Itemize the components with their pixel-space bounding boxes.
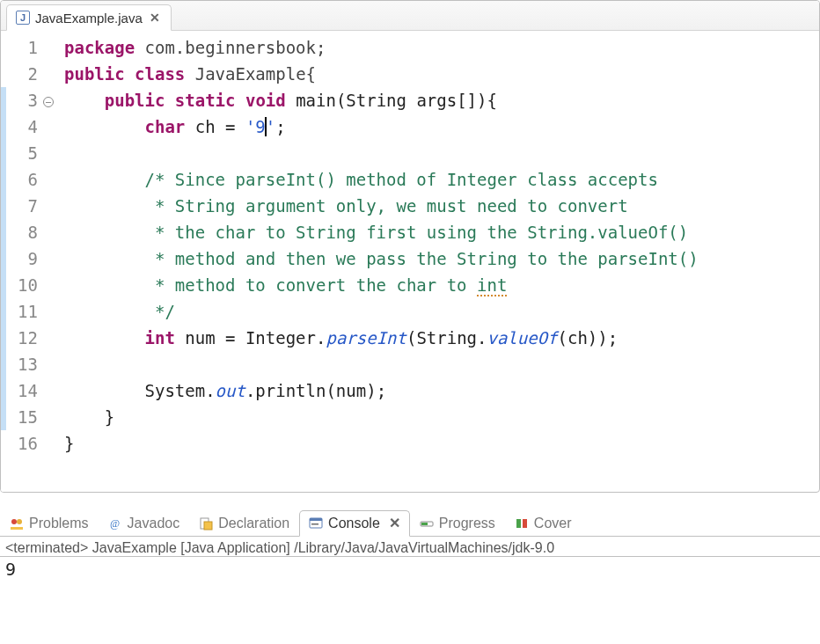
tab-console[interactable]: Console ✕ bbox=[299, 510, 410, 537]
editor-tab-title: JavaExample.java bbox=[35, 11, 143, 26]
svg-text:@: @ bbox=[110, 517, 120, 530]
line-numbers: 12345678910111213141516 bbox=[6, 31, 41, 492]
console-icon bbox=[309, 516, 323, 531]
progress-icon bbox=[420, 516, 434, 531]
close-icon[interactable]: ✕ bbox=[148, 11, 162, 25]
svg-rect-12 bbox=[523, 519, 527, 528]
coverage-icon bbox=[515, 516, 529, 531]
code-editor[interactable]: package com.beginnersbook; public class … bbox=[55, 31, 819, 492]
svg-rect-10 bbox=[421, 523, 428, 525]
console-status: <terminated> JavaExample [Java Applicati… bbox=[0, 537, 820, 557]
java-file-icon: J bbox=[16, 11, 30, 25]
code-area[interactable]: 12345678910111213141516 package com.begi… bbox=[1, 31, 819, 492]
bottom-panel: Problems @ Javadoc Declaration Console ✕… bbox=[0, 509, 820, 582]
declaration-icon bbox=[199, 516, 213, 531]
editor-tabbar: J JavaExample.java ✕ bbox=[1, 1, 819, 31]
svg-rect-0 bbox=[11, 527, 23, 530]
view-tabbar: Problems @ Javadoc Declaration Console ✕… bbox=[0, 509, 820, 537]
problems-icon bbox=[10, 516, 24, 531]
svg-point-2 bbox=[17, 519, 22, 524]
tab-problems[interactable]: Problems bbox=[0, 510, 99, 537]
svg-point-1 bbox=[11, 519, 17, 524]
svg-rect-7 bbox=[310, 518, 322, 521]
tab-declaration[interactable]: Declaration bbox=[189, 510, 299, 537]
tab-javadoc[interactable]: @ Javadoc bbox=[99, 510, 190, 537]
editor-tab-javaexample[interactable]: J JavaExample.java ✕ bbox=[6, 4, 172, 31]
fold-toggle-icon[interactable] bbox=[43, 97, 54, 107]
tab-coverage[interactable]: Cover bbox=[505, 510, 582, 537]
close-icon[interactable]: ✕ bbox=[389, 515, 400, 531]
text-caret bbox=[265, 117, 267, 136]
javadoc-icon: @ bbox=[108, 516, 122, 531]
svg-rect-11 bbox=[516, 519, 521, 528]
editor-panel: J JavaExample.java ✕ 1234567891011121314… bbox=[0, 0, 820, 493]
console-output[interactable]: 9 bbox=[0, 557, 820, 582]
fold-column bbox=[41, 31, 55, 492]
gutter: 12345678910111213141516 bbox=[1, 31, 55, 492]
svg-rect-8 bbox=[311, 523, 318, 525]
tab-progress[interactable]: Progress bbox=[410, 510, 505, 537]
svg-rect-5 bbox=[204, 522, 212, 530]
